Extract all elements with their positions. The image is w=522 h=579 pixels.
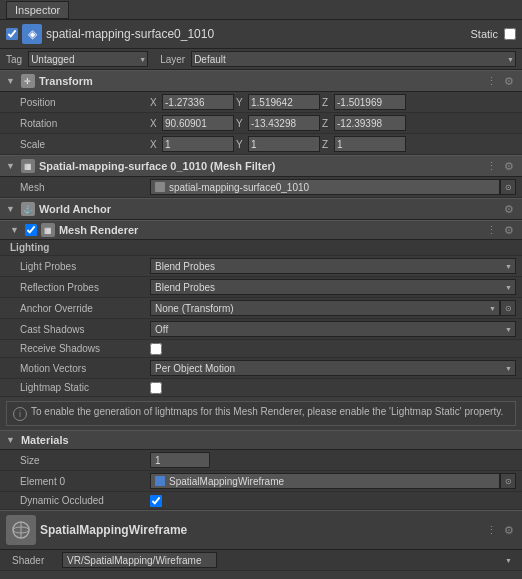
object-active-checkbox[interactable] xyxy=(6,28,18,40)
tag-layer-row: Tag Untagged Layer Default xyxy=(0,49,522,70)
scale-x-input[interactable] xyxy=(162,136,234,152)
anchor-override-row: Anchor Override None (Transform) ⊙ xyxy=(0,298,522,319)
rotation-xyz-group: X Y Z xyxy=(150,115,516,131)
position-z-label: Z xyxy=(322,97,332,108)
position-label: Position xyxy=(20,97,150,108)
layer-dropdown-wrap[interactable]: Default xyxy=(191,51,516,67)
element0-icon xyxy=(155,476,165,486)
layer-label: Layer xyxy=(160,54,185,65)
rotation-x-label: X xyxy=(150,118,160,129)
reflection-probes-select[interactable]: Blend Probes xyxy=(150,279,516,295)
materials-size-input[interactable] xyxy=(150,452,210,468)
mesh-filter-collapse-arrow[interactable]: ▼ xyxy=(6,161,15,171)
lighting-subheader: Lighting xyxy=(0,240,522,256)
position-y-label: Y xyxy=(236,97,246,108)
mesh-filter-menu-btn[interactable]: ⋮ xyxy=(484,159,498,173)
receive-shadows-checkbox[interactable] xyxy=(150,343,162,355)
position-xyz-group: X Y Z xyxy=(150,94,516,110)
light-probes-select[interactable]: Blend Probes xyxy=(150,258,516,274)
anchor-override-select-wrap[interactable]: None (Transform) xyxy=(150,300,500,316)
position-x-input[interactable] xyxy=(162,94,234,110)
rotation-x-input[interactable] xyxy=(162,115,234,131)
tag-dropdown-wrap[interactable]: Untagged xyxy=(28,51,148,67)
mesh-renderer-gear-btn[interactable]: ⚙ xyxy=(502,223,516,237)
object-name: spatial-mapping-surface0_1010 xyxy=(46,27,466,41)
spatial-menu-btn[interactable]: ⋮ xyxy=(484,523,498,537)
position-y-input[interactable] xyxy=(248,94,320,110)
scale-z-field: Z xyxy=(322,136,406,152)
element0-select-btn[interactable]: ⊙ xyxy=(500,473,516,489)
mesh-renderer-active-checkbox[interactable] xyxy=(25,224,37,236)
position-z-field: Z xyxy=(322,94,406,110)
dynamic-occluded-checkbox[interactable] xyxy=(150,495,162,507)
transform-gear-btn[interactable]: ⚙ xyxy=(502,74,516,88)
transform-collapse-arrow[interactable]: ▼ xyxy=(6,76,15,86)
spatial-name: SpatialMappingWireframe xyxy=(40,523,480,537)
world-anchor-gear-btn[interactable]: ⚙ xyxy=(502,202,516,216)
mesh-filter-icon: ▦ xyxy=(21,159,35,173)
anchor-override-select[interactable]: None (Transform) xyxy=(150,300,500,316)
motion-vectors-label: Motion Vectors xyxy=(20,363,150,374)
scale-z-label: Z xyxy=(322,139,332,150)
mesh-renderer-collapse-arrow[interactable]: ▼ xyxy=(10,225,19,235)
shader-row: Shader VR/SpatialMapping/Wireframe xyxy=(0,550,522,571)
rotation-z-label: Z xyxy=(322,118,332,129)
lighting-label: Lighting xyxy=(10,242,49,253)
mesh-select-btn[interactable]: ⊙ xyxy=(500,179,516,195)
rotation-y-input[interactable] xyxy=(248,115,320,131)
scale-z-input[interactable] xyxy=(334,136,406,152)
reflection-probes-select-wrap[interactable]: Blend Probes xyxy=(150,279,516,295)
world-anchor-collapse-arrow[interactable]: ▼ xyxy=(6,204,15,214)
mesh-filter-gear-btn[interactable]: ⚙ xyxy=(502,159,516,173)
scale-y-input[interactable] xyxy=(248,136,320,152)
light-probes-label: Light Probes xyxy=(20,261,150,272)
world-anchor-icon: ⚓ xyxy=(21,202,35,216)
receive-shadows-label: Receive Shadows xyxy=(20,343,150,354)
materials-title: Materials xyxy=(21,434,69,446)
dynamic-occluded-row: Dynamic Occluded xyxy=(0,492,522,510)
mesh-renderer-menu-btn[interactable]: ⋮ xyxy=(484,223,498,237)
element0-value-field: SpatialMappingWireframe xyxy=(150,473,500,489)
rotation-y-field: Y xyxy=(236,115,320,131)
materials-collapse-arrow[interactable]: ▼ xyxy=(6,435,15,445)
world-anchor-title: World Anchor xyxy=(39,203,498,215)
scale-x-field: X xyxy=(150,136,234,152)
transform-menu-btn[interactable]: ⋮ xyxy=(484,74,498,88)
scale-y-label: Y xyxy=(236,139,246,150)
shader-select-wrap[interactable]: VR/SpatialMapping/Wireframe xyxy=(62,552,516,568)
position-y-field: Y xyxy=(236,94,320,110)
mesh-label: Mesh xyxy=(20,182,150,193)
cast-shadows-select-wrap[interactable]: Off xyxy=(150,321,516,337)
element0-value-text: SpatialMappingWireframe xyxy=(169,476,284,487)
scale-y-field: Y xyxy=(236,136,320,152)
mesh-value-icon xyxy=(155,182,165,192)
motion-vectors-select[interactable]: Per Object Motion xyxy=(150,360,516,376)
cast-shadows-label: Cast Shadows xyxy=(20,324,150,335)
materials-size-row: Size xyxy=(0,450,522,471)
light-probes-row: Light Probes Blend Probes xyxy=(0,256,522,277)
object-icon: ◈ xyxy=(22,24,42,44)
dynamic-occluded-label: Dynamic Occluded xyxy=(20,495,150,506)
layer-select[interactable]: Default xyxy=(191,51,516,67)
element0-label: Element 0 xyxy=(20,476,150,487)
position-x-field: X xyxy=(150,94,234,110)
reflection-probes-label: Reflection Probes xyxy=(20,282,150,293)
mesh-renderer-section-header: ▼ ▦ Mesh Renderer ⋮ ⚙ xyxy=(0,220,522,240)
light-probes-select-wrap[interactable]: Blend Probes xyxy=(150,258,516,274)
motion-vectors-select-wrap[interactable]: Per Object Motion xyxy=(150,360,516,376)
cast-shadows-select[interactable]: Off xyxy=(150,321,516,337)
tag-select[interactable]: Untagged xyxy=(28,51,148,67)
info-icon: i xyxy=(13,407,27,421)
inspector-header: Inspector xyxy=(0,0,522,20)
shader-select[interactable]: VR/SpatialMapping/Wireframe xyxy=(62,552,217,568)
inspector-tab[interactable]: Inspector xyxy=(6,1,69,19)
position-z-input[interactable] xyxy=(334,94,406,110)
rotation-z-input[interactable] xyxy=(334,115,406,131)
mesh-value-field: spatial-mapping-surface0_1010 xyxy=(150,179,500,195)
anchor-override-select-btn[interactable]: ⊙ xyxy=(500,300,516,316)
element0-row: Element 0 SpatialMappingWireframe ⊙ xyxy=(0,471,522,492)
reflection-probes-row: Reflection Probes Blend Probes xyxy=(0,277,522,298)
static-checkbox[interactable] xyxy=(504,28,516,40)
lightmap-static-checkbox[interactable] xyxy=(150,382,162,394)
spatial-gear-btn[interactable]: ⚙ xyxy=(502,523,516,537)
